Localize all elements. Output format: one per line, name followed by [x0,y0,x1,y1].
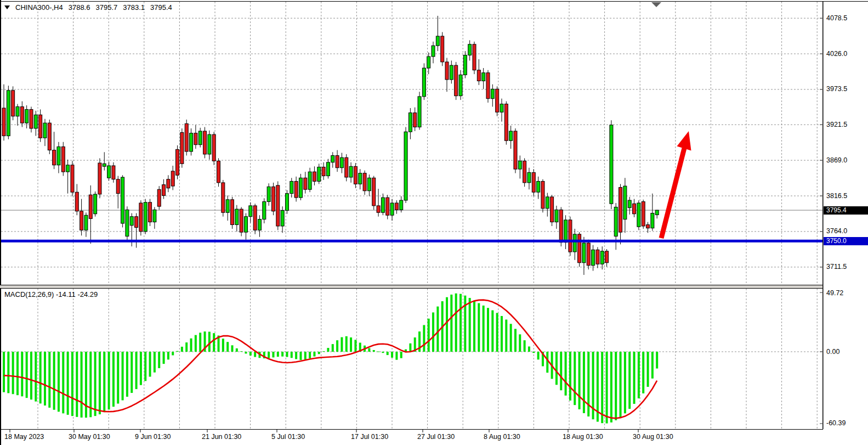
time-axis-label: 5 Jul 01:30 [271,433,305,441]
price-axis-label: 3921.5 [826,121,847,128]
price-axis-label: 3764.0 [826,227,847,235]
macd-scale-max: 49.72 [826,289,843,297]
time-axis-label: 9 Jun 01:30 [135,433,171,441]
price-axis-label: 3869.0 [826,156,847,164]
trend-arrow[interactable] [661,131,691,238]
candles-layer [2,16,659,275]
time-axis-label: 18 Aug 01:30 [563,433,603,441]
price-axis-label: 3711.5 [826,263,847,271]
time-axis-label: 8 Aug 01:30 [484,433,520,441]
macd-value: -14.11 [56,290,76,298]
macd-indicator-label: MACD(12,26,9) -14.11 -24.29 [4,290,98,298]
time-axis-label: 30 May 01:30 [69,433,110,441]
macd-scale-min: -60.39 [826,419,846,427]
macd-scale-zero: 0.00 [826,348,839,356]
time-axis-label: 17 Jul 01:30 [351,433,388,441]
price-axis-label: 4026.0 [826,50,847,58]
time-axis-label: 27 Jul 01:30 [417,433,455,441]
time-axis-label: 30 Aug 01:30 [633,433,673,441]
price-axis-label: 3816.5 [826,192,847,200]
panel-splitter[interactable] [0,285,822,288]
price-chart-canvas[interactable] [0,0,868,445]
chart-window: CHINA300-,H43788.63795.73783.13795.4 MAC… [0,0,868,445]
close-value: 3795.4 [150,3,172,12]
low-value: 3783.1 [123,3,145,12]
price-axis-label: 4078.5 [826,14,847,22]
anchor-marker[interactable] [651,2,661,7]
current-price-badge: 3795.4 [824,206,868,215]
time-axis-label: 18 May 2023 [4,433,44,441]
macd-signal-line [4,300,657,419]
support-level-badge: 3750.0 [824,237,868,245]
chart-title: CHINA300-,H43788.63795.73783.13795.4 [4,3,172,12]
symbol-period-label: CHINA300-,H4 [15,3,63,12]
time-axis-label: 21 Jun 01:30 [202,433,241,441]
macd-signal-value: -24.29 [77,290,98,298]
macd-histogram [3,294,658,424]
open-value: 3788.6 [69,3,90,12]
high-value: 3795.7 [95,3,117,12]
price-axis-label: 3973.5 [826,85,847,93]
symbol-marker-icon [4,5,10,9]
macd-name: MACD(12,26,9) [4,290,54,298]
